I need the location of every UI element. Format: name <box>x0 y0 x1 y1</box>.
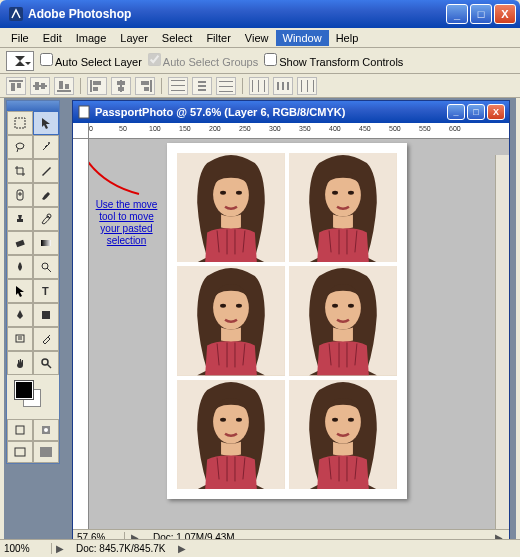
eyedrop-tool[interactable] <box>33 327 59 351</box>
history-brush-tool[interactable] <box>33 207 59 231</box>
svg-rect-29 <box>258 80 259 92</box>
menu-file[interactable]: File <box>4 30 36 46</box>
svg-rect-52 <box>79 106 89 118</box>
passport-photo <box>289 266 397 375</box>
eraser-tool[interactable] <box>7 231 33 255</box>
screen-full-menubar-icon[interactable] <box>33 441 59 463</box>
dist-bottom-icon[interactable] <box>216 77 236 95</box>
doc-close-button[interactable]: X <box>487 104 505 120</box>
screen-standard-icon[interactable] <box>7 441 33 463</box>
svg-rect-23 <box>198 85 206 87</box>
notes-tool[interactable] <box>7 327 33 351</box>
menu-select[interactable]: Select <box>155 30 200 46</box>
svg-rect-30 <box>264 80 265 92</box>
doc-minimize-button[interactable]: _ <box>447 104 465 120</box>
align-top-icon[interactable] <box>6 77 26 95</box>
minimize-button[interactable]: _ <box>446 4 468 24</box>
dist-top-icon[interactable] <box>168 77 188 95</box>
hand-tool[interactable] <box>7 351 33 375</box>
svg-point-63 <box>220 304 226 308</box>
svg-rect-40 <box>16 240 25 247</box>
shape-tool[interactable] <box>33 303 59 327</box>
app-zoom[interactable]: 100% <box>0 543 52 554</box>
svg-point-76 <box>348 417 354 421</box>
tool-preset-picker[interactable] <box>6 51 34 71</box>
align-hcenter-icon[interactable] <box>111 77 131 95</box>
svg-rect-19 <box>171 80 185 81</box>
menu-window[interactable]: Window <box>276 30 329 46</box>
svg-point-75 <box>332 417 338 421</box>
svg-rect-36 <box>313 80 314 92</box>
svg-rect-51 <box>40 447 52 457</box>
passport-photo <box>177 153 285 262</box>
dist-left-icon[interactable] <box>249 77 269 95</box>
quickmask-mode-icon[interactable] <box>33 419 59 441</box>
menu-help[interactable]: Help <box>329 30 366 46</box>
statusbar-menu-icon[interactable]: ▶ <box>174 543 190 554</box>
svg-rect-32 <box>282 82 284 90</box>
gradient-tool[interactable] <box>33 231 59 255</box>
dist-vcenter-icon[interactable] <box>192 77 212 95</box>
toolbox-titlebar[interactable] <box>7 101 59 111</box>
app-icon <box>8 6 24 22</box>
statusbar-menu-icon[interactable]: ▶ <box>52 543 68 554</box>
passport-photo <box>289 153 397 262</box>
menu-edit[interactable]: Edit <box>36 30 69 46</box>
menu-view[interactable]: View <box>238 30 276 46</box>
app-doc-info: Doc: 845.7K/845.7K <box>68 543 174 554</box>
svg-rect-8 <box>59 81 63 89</box>
menu-image[interactable]: Image <box>69 30 114 46</box>
marquee-tool[interactable] <box>7 111 33 135</box>
svg-rect-31 <box>277 82 279 90</box>
vertical-scrollbar[interactable] <box>495 155 509 529</box>
align-left-icon[interactable] <box>87 77 107 95</box>
dodge-tool[interactable] <box>33 255 59 279</box>
pen-tool[interactable] <box>7 303 33 327</box>
svg-point-55 <box>220 191 226 195</box>
path-select-tool[interactable] <box>7 279 33 303</box>
close-button[interactable]: X <box>494 4 516 24</box>
svg-point-71 <box>220 417 226 421</box>
align-bottom-icon[interactable] <box>54 77 74 95</box>
stamp-tool[interactable] <box>7 207 33 231</box>
lasso-tool[interactable] <box>7 135 33 159</box>
heal-tool[interactable] <box>7 183 33 207</box>
svg-rect-34 <box>301 80 302 92</box>
slice-tool[interactable] <box>33 159 59 183</box>
standard-mode-icon[interactable] <box>7 419 33 441</box>
document-titlebar[interactable]: PassportPhoto @ 57.6% (Layer 6, RGB/8/CM… <box>73 101 509 123</box>
svg-rect-35 <box>307 80 308 92</box>
zoom-tool[interactable] <box>33 351 59 375</box>
move-tool[interactable] <box>33 111 59 135</box>
app-titlebar: Adobe Photoshop _ □ X <box>0 0 520 28</box>
show-transform-option[interactable]: Show Transform Controls <box>264 53 403 68</box>
app-statusbar: 100% ▶ Doc: 845.7K/845.7K ▶ <box>0 539 520 557</box>
svg-point-49 <box>44 428 48 432</box>
canvas[interactable]: Use the move tool to move your pasted se… <box>89 139 509 529</box>
svg-point-68 <box>348 304 354 308</box>
crop-tool[interactable] <box>7 159 33 183</box>
svg-rect-33 <box>287 82 289 90</box>
annotation-text: Use the move tool to move your pasted se… <box>89 199 164 247</box>
menu-layer[interactable]: Layer <box>113 30 155 46</box>
svg-point-67 <box>332 304 338 308</box>
svg-rect-27 <box>219 91 233 92</box>
color-swatches[interactable] <box>11 379 55 415</box>
type-tool[interactable]: T <box>33 279 59 303</box>
align-right-icon[interactable] <box>135 77 155 95</box>
align-vcenter-icon[interactable] <box>30 77 50 95</box>
wand-tool[interactable] <box>33 135 59 159</box>
blur-tool[interactable] <box>7 255 33 279</box>
brush-tool[interactable] <box>33 183 59 207</box>
svg-rect-21 <box>171 90 185 91</box>
svg-rect-24 <box>198 89 206 91</box>
svg-rect-20 <box>171 85 185 86</box>
foreground-color[interactable] <box>15 381 33 399</box>
dist-right-icon[interactable] <box>297 77 317 95</box>
dist-hcenter-icon[interactable] <box>273 77 293 95</box>
maximize-button[interactable]: □ <box>470 4 492 24</box>
auto-select-layer-option[interactable]: Auto Select Layer <box>40 53 142 68</box>
svg-rect-9 <box>65 84 69 89</box>
menu-filter[interactable]: Filter <box>199 30 237 46</box>
doc-maximize-button[interactable]: □ <box>467 104 485 120</box>
